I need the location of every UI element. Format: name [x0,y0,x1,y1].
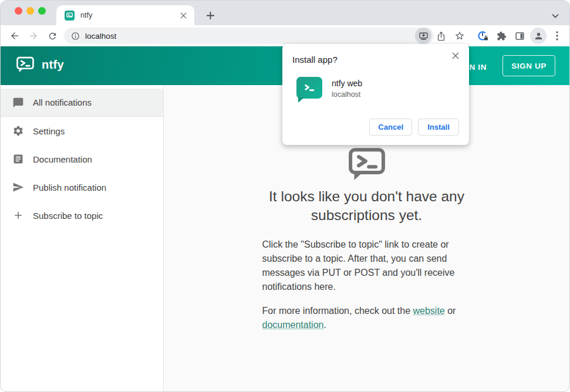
sign-up-button[interactable]: SIGN UP [502,55,555,76]
install-button[interactable]: Install [418,119,459,136]
ntfy-favicon [65,11,75,21]
chevron-down-icon[interactable] [552,10,559,21]
browser-window: ntfy localhost [0,0,570,392]
empty-state-heading: It looks like you don't have any subscri… [249,187,484,225]
dialog-app-name: ntfy web [332,79,362,88]
bookmark-star-icon[interactable] [451,28,468,44]
share-icon[interactable] [433,28,449,44]
install-app-icon[interactable] [415,28,431,44]
browser-tab[interactable]: ntfy [56,5,194,25]
sidebar-item-label: Publish notification [33,183,106,192]
empty-state-paragraph: Click the "Subscribe to topic" link to c… [262,238,471,294]
gear-icon [12,125,24,137]
dialog-app-origin: localhost [332,90,362,99]
site-info-icon[interactable] [71,32,80,40]
window-close-button[interactable] [15,7,22,15]
refresh-icon[interactable] [44,28,60,44]
sidebar-item-all-notifications[interactable]: All notifications [1,89,163,117]
window-zoom-button[interactable] [38,7,46,15]
ntfy-bubble-icon [249,147,484,181]
chat-icon [12,97,24,109]
website-link[interactable]: website [413,306,445,316]
forward-icon[interactable] [25,28,42,44]
sidebar-item-label: All notifications [33,97,92,107]
send-icon [12,181,24,193]
window-minimize-button[interactable] [26,7,34,15]
url-text: localhost [85,32,415,40]
extensions-puzzle-icon[interactable] [493,28,510,44]
close-icon[interactable] [178,11,188,21]
ntfy-app-icon [296,77,322,100]
ntfy-logo-icon [16,56,35,73]
cancel-button[interactable]: Cancel [369,119,412,136]
sidebar-item-label: Settings [33,126,65,136]
onepassword-icon[interactable] [475,28,491,44]
sidebar-item-publish-notification[interactable]: Publish notification [1,173,163,201]
url-bar[interactable]: localhost [64,28,434,44]
install-app-dialog: Install app? ntfy web localhost Cancel I… [282,44,469,145]
brand-name: ntfy [42,58,64,72]
sidebar-item-subscribe-to-topic[interactable]: Subscribe to topic [1,201,163,229]
plus-icon [12,209,24,221]
profile-avatar[interactable] [530,28,547,44]
sidebar-item-label: Subscribe to topic [33,211,103,221]
sidebar-item-settings[interactable]: Settings [1,117,163,145]
tab-strip: ntfy [1,1,569,25]
empty-state-more-info: For more information, check out the webs… [262,304,471,332]
article-icon [12,153,24,165]
dialog-title: Install app? [292,55,338,65]
sidebar-item-documentation[interactable]: Documentation [1,145,163,173]
plus-icon[interactable] [204,9,217,22]
sidebar: All notifications Settings Documentation… [1,85,164,392]
close-icon[interactable] [449,49,462,62]
browser-toolbar: localhost [1,25,569,46]
tab-title: ntfy [80,11,178,19]
documentation-link[interactable]: documentation [262,320,324,330]
back-icon[interactable] [6,28,23,44]
sidebar-item-label: Documentation [33,154,92,164]
menu-dots-icon[interactable] [549,28,565,44]
side-panel-icon[interactable] [511,28,528,44]
